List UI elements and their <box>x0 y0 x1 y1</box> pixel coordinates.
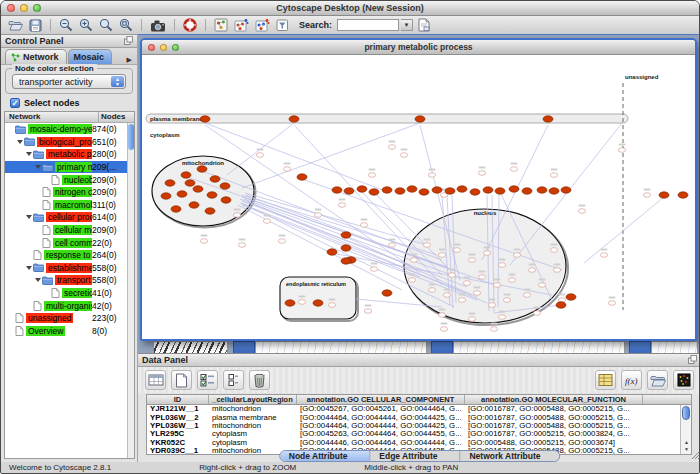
red-node[interactable] <box>483 187 493 193</box>
red-node[interactable] <box>566 294 576 300</box>
tree-col-nodes[interactable]: Nodes <box>98 112 134 122</box>
disclosure-arrow-icon[interactable] <box>25 266 33 270</box>
float-panel-icon[interactable] <box>688 355 697 366</box>
white-node[interactable] <box>388 145 395 150</box>
red-node[interactable] <box>341 245 351 251</box>
snapshot-icon[interactable] <box>148 17 168 33</box>
red-node[interactable] <box>161 193 171 199</box>
background-window-thumbnail[interactable] <box>153 341 228 353</box>
red-node[interactable] <box>297 174 307 180</box>
red-node[interactable] <box>165 180 175 186</box>
tree-scrollbar-thumb[interactable] <box>128 124 134 150</box>
resize-grip-icon[interactable] <box>690 445 700 463</box>
red-node[interactable] <box>395 188 405 194</box>
red-node[interactable] <box>185 180 195 186</box>
disclosure-arrow-icon[interactable] <box>16 140 24 144</box>
tree-row[interactable]: primary metabolic209(... <box>5 161 127 174</box>
red-node[interactable] <box>200 116 210 122</box>
tree-row[interactable]: establishment of lo558(0) <box>5 262 127 275</box>
filter-icon[interactable] <box>274 17 291 33</box>
red-node[interactable] <box>415 116 425 122</box>
white-node[interactable] <box>314 213 321 218</box>
red-node[interactable] <box>495 188 505 194</box>
open-icon[interactable] <box>6 17 25 33</box>
col-molecular-function[interactable]: annotation.GO MOLECULAR_FUNCTION <box>465 395 643 404</box>
network-canvas[interactable]: plasma membranecytoplasmmitochondrionnuc… <box>142 55 695 339</box>
red-node[interactable] <box>659 192 669 198</box>
white-node[interactable] <box>370 267 377 272</box>
search-dropdown-arrow[interactable]: ▼ <box>401 19 413 31</box>
white-node[interactable] <box>503 298 510 303</box>
red-node[interactable] <box>522 188 532 194</box>
minimize-frame-button[interactable] <box>160 44 167 51</box>
tab-overflow-button[interactable]: ▶ <box>125 56 134 64</box>
white-node[interactable] <box>263 219 270 224</box>
white-node[interactable] <box>490 327 497 332</box>
white-node[interactable] <box>493 283 500 288</box>
red-node[interactable] <box>445 188 455 194</box>
white-node[interactable] <box>643 193 650 198</box>
formula-builder-icon[interactable]: f(x) <box>621 370 642 390</box>
white-node[interactable] <box>438 253 445 258</box>
white-node[interactable] <box>443 293 450 298</box>
vizmapper-icon[interactable] <box>212 17 230 33</box>
white-node[interactable] <box>328 303 335 308</box>
tree-row[interactable]: secretion41(0) <box>5 287 127 300</box>
white-node[interactable] <box>238 243 245 248</box>
tree-row[interactable]: unassigned223(0) <box>5 312 127 325</box>
table-row[interactable]: YLR295Ccytoplasm[GO:0045263, GO:0044464,… <box>147 430 680 438</box>
col-region[interactable]: _cellularLayoutRegion <box>209 395 297 404</box>
red-node[interactable] <box>181 172 191 178</box>
tree-row[interactable]: response to stimulu264(0) <box>5 249 127 262</box>
red-node[interactable] <box>171 206 181 212</box>
white-node[interactable] <box>256 153 263 158</box>
white-node[interactable] <box>478 171 485 176</box>
white-node[interactable] <box>453 248 460 253</box>
tree-row[interactable]: multi-organism pro42(0) <box>5 299 127 312</box>
save-icon[interactable] <box>27 17 44 33</box>
zoom-out-icon[interactable] <box>57 17 75 33</box>
white-node[interactable] <box>338 203 345 208</box>
tree-row[interactable]: transport558(0) <box>5 274 127 287</box>
red-node[interactable] <box>509 186 519 192</box>
red-node[interactable] <box>221 197 231 203</box>
red-node[interactable] <box>561 187 571 193</box>
white-node[interactable] <box>233 213 240 218</box>
table-row[interactable]: YJR121W__1mitochondrion[GO:0045267, GO:0… <box>147 405 680 413</box>
tree-row[interactable]: mosaic-demo-yeast874(0) <box>5 123 127 136</box>
zoom-window-button[interactable] <box>33 4 41 12</box>
red-node[interactable] <box>193 186 203 192</box>
zoom-selected-icon[interactable] <box>97 17 115 33</box>
white-node[interactable] <box>448 273 455 278</box>
red-node[interactable] <box>549 188 559 194</box>
white-node[interactable] <box>410 258 417 263</box>
white-node[interactable] <box>278 239 285 244</box>
red-node[interactable] <box>543 116 553 122</box>
tab-node-attribute-browser[interactable]: Node Attribute Browser <box>280 451 370 461</box>
white-node[interactable] <box>408 278 415 283</box>
white-node[interactable] <box>498 315 505 320</box>
background-window-edge[interactable] <box>629 341 651 353</box>
minimize-window-button[interactable] <box>20 4 28 12</box>
disclosure-arrow-icon[interactable] <box>25 152 33 156</box>
white-node[interactable] <box>388 243 395 248</box>
white-node[interactable] <box>428 173 435 178</box>
table-scrollbar-thumb[interactable] <box>682 406 690 420</box>
tab-network[interactable]: Network <box>5 49 67 64</box>
tree-row[interactable]: nitrogen compou209(0) <box>5 186 127 199</box>
white-node[interactable] <box>283 167 290 172</box>
node-color-dropdown[interactable]: transporter activity ▲▼ <box>12 74 126 89</box>
table-row[interactable]: YKR052Ccytoplasm[GO:0044446, GO:0044464,… <box>147 439 680 447</box>
disclosure-arrow-icon[interactable] <box>34 278 42 282</box>
white-node[interactable] <box>608 301 615 306</box>
white-node[interactable] <box>400 153 407 158</box>
tree-row[interactable]: biological_process651(0) <box>5 136 127 149</box>
white-node[interactable] <box>488 303 495 308</box>
white-node[interactable] <box>538 283 545 288</box>
red-node[interactable] <box>220 183 230 189</box>
white-node[interactable] <box>578 209 585 214</box>
zoom-fit-icon[interactable] <box>117 17 135 33</box>
float-panel-icon[interactable] <box>124 36 133 47</box>
tree-row[interactable]: Overview8(0) <box>5 325 127 338</box>
network-view-titlebar[interactable]: primary metabolic process <box>142 40 695 55</box>
